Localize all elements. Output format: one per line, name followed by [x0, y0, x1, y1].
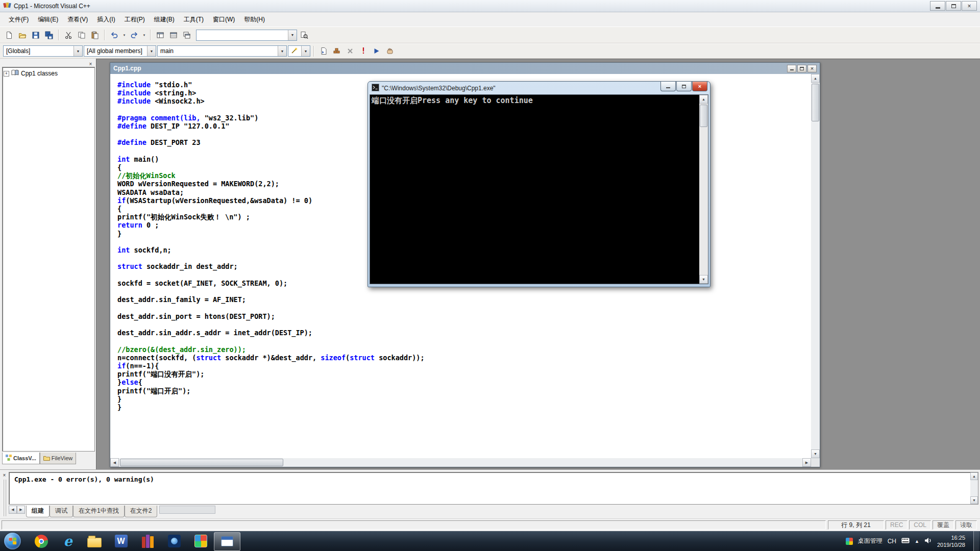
- workspace-gripper[interactable]: ×: [2, 60, 95, 67]
- workspace-close-button[interactable]: ×: [87, 61, 94, 67]
- close-button[interactable]: ×: [962, 1, 977, 11]
- taskbar-chrome-button[interactable]: [28, 531, 55, 551]
- globals-combo[interactable]: [Globals] ▼: [3, 45, 83, 57]
- console-output-area[interactable]: 端口没有开启Press any key to continue ▲ ▼: [370, 94, 708, 284]
- menu-item[interactable]: 编辑(E): [33, 13, 63, 27]
- workspace-toggle-icon[interactable]: [154, 29, 166, 41]
- tabs-scroll-left-arrow[interactable]: ◀: [9, 506, 17, 514]
- workspace-tree[interactable]: + Cpp1 classes: [2, 67, 95, 452]
- doc-minimize-button[interactable]: [787, 65, 796, 72]
- desktop-manager-icon[interactable]: [846, 538, 853, 545]
- copy-icon[interactable]: [76, 29, 88, 41]
- paste-icon[interactable]: [89, 29, 101, 41]
- scroll-up-arrow[interactable]: ▲: [970, 472, 978, 480]
- doc-close-button[interactable]: ×: [807, 65, 817, 72]
- taskbar-word-button[interactable]: W: [108, 531, 134, 551]
- go-debug-icon[interactable]: [371, 45, 383, 57]
- scroll-right-arrow[interactable]: ▶: [802, 458, 811, 467]
- scroll-up-arrow[interactable]: ▲: [811, 74, 820, 83]
- taskbar-palette-button[interactable]: [187, 531, 214, 551]
- output-tab-3[interactable]: 在文件1中查找: [73, 506, 125, 517]
- breakpoint-hand-icon[interactable]: [384, 45, 396, 57]
- function-combo[interactable]: main ▼: [157, 45, 287, 57]
- ime-language-indicator[interactable]: CH: [888, 538, 896, 545]
- output-horizontal-scrollbar[interactable]: [159, 506, 215, 514]
- undo-dropdown-arrow[interactable]: ▼: [121, 29, 127, 41]
- menu-item[interactable]: 工程(P): [120, 13, 150, 27]
- maximize-button[interactable]: [946, 1, 961, 11]
- scroll-left-arrow[interactable]: ◀: [110, 458, 119, 467]
- scroll-up-arrow[interactable]: ▲: [699, 95, 708, 104]
- taskbar-media-button[interactable]: [161, 531, 187, 551]
- console-scrollbar[interactable]: ▲ ▼: [699, 95, 708, 284]
- members-combo[interactable]: [All global members] ▼: [84, 45, 156, 57]
- start-button[interactable]: [4, 533, 21, 549]
- console-maximize-button[interactable]: [676, 82, 692, 91]
- function-combo-value[interactable]: main: [158, 47, 278, 55]
- desktop-manager-label[interactable]: 桌面管理: [858, 537, 883, 545]
- tray-expand-arrow-icon[interactable]: ▲: [915, 539, 919, 544]
- console-minimize-button[interactable]: [660, 82, 676, 91]
- wizard-action-combo-arrow[interactable]: ▼: [301, 46, 310, 56]
- open-file-icon[interactable]: [16, 29, 29, 41]
- menu-item[interactable]: 工具(T): [179, 13, 208, 27]
- output-gripper[interactable]: ×: [1, 472, 8, 516]
- show-desktop-button[interactable]: [973, 531, 979, 551]
- console-scroll-track[interactable]: [699, 104, 708, 275]
- output-tab-1[interactable]: 组建: [26, 506, 50, 517]
- app-titlebar[interactable]: Cpp1 - Microsoft Visual C++ ×: [0, 0, 980, 12]
- output-tab-2[interactable]: 调试: [50, 506, 73, 517]
- taskbar-books-button[interactable]: [134, 531, 161, 551]
- vertical-scroll-track[interactable]: [811, 83, 820, 449]
- stop-build-icon[interactable]: [344, 45, 356, 57]
- compile-icon[interactable]: [317, 45, 330, 57]
- output-content[interactable]: Cpp1.exe - 0 error(s), 0 warning(s) ▲ ▼: [9, 472, 978, 505]
- new-file-icon[interactable]: [3, 29, 15, 41]
- output-tab-4[interactable]: 在文件2: [125, 506, 158, 517]
- horizontal-scroll-thumb[interactable]: [120, 459, 283, 466]
- find-combo-arrow[interactable]: ▼: [288, 30, 297, 40]
- scroll-down-arrow[interactable]: ▼: [970, 496, 978, 504]
- scroll-down-arrow[interactable]: ▼: [811, 449, 820, 458]
- tabs-scroll-right-arrow[interactable]: ▶: [17, 506, 25, 514]
- menu-item[interactable]: 帮助(H): [239, 13, 270, 27]
- find-in-files-icon[interactable]: [298, 29, 310, 41]
- clock[interactable]: 16:25 2019/10/28: [937, 534, 965, 548]
- output-scrollbar[interactable]: ▲ ▼: [970, 472, 978, 504]
- editor-vertical-scrollbar[interactable]: ▲ ▼: [811, 74, 820, 458]
- members-combo-arrow[interactable]: ▼: [147, 46, 156, 56]
- save-icon[interactable]: [30, 29, 42, 41]
- window-list-icon[interactable]: [181, 29, 193, 41]
- menu-item[interactable]: 组建(B): [150, 13, 179, 27]
- ime-keyboard-icon[interactable]: [901, 538, 910, 545]
- console-titlebar[interactable]: "C:\Windows\System32\Debug\Cpp1.exe" ×: [370, 82, 708, 94]
- menu-item[interactable]: 文件(F): [4, 13, 33, 27]
- taskbar-ie-button[interactable]: e: [55, 531, 81, 551]
- save-all-icon[interactable]: [43, 29, 55, 41]
- menu-item[interactable]: 查看(V): [63, 13, 92, 27]
- tab-fileview[interactable]: FileView: [40, 453, 76, 464]
- build-icon[interactable]: [331, 45, 343, 57]
- output-toggle-icon[interactable]: [167, 29, 180, 41]
- doc-maximize-button[interactable]: [797, 65, 806, 72]
- globals-combo-value[interactable]: [Globals]: [4, 47, 74, 55]
- console-close-button[interactable]: ×: [692, 82, 707, 91]
- wizard-action-combo[interactable]: ▼: [288, 45, 310, 57]
- document-titlebar[interactable]: Cpp1.cpp ×: [110, 63, 820, 74]
- scroll-down-arrow[interactable]: ▼: [699, 275, 708, 284]
- volume-icon[interactable]: [924, 537, 932, 545]
- cut-icon[interactable]: [62, 29, 75, 41]
- function-combo-arrow[interactable]: ▼: [278, 46, 286, 56]
- menu-item[interactable]: 窗口(W): [208, 13, 239, 27]
- redo-dropdown-arrow[interactable]: ▼: [141, 29, 147, 41]
- taskbar-active-app-button[interactable]: [214, 532, 240, 551]
- members-combo-value[interactable]: [All global members]: [84, 47, 147, 55]
- find-combo[interactable]: ▼: [196, 30, 297, 41]
- taskbar-explorer-button[interactable]: [81, 531, 108, 551]
- tab-classview[interactable]: ClassV...: [2, 453, 40, 464]
- minimize-button[interactable]: [930, 1, 945, 11]
- vertical-scroll-thumb[interactable]: [812, 84, 819, 121]
- menu-item[interactable]: 插入(I): [92, 13, 119, 27]
- horizontal-scroll-track[interactable]: [119, 458, 802, 467]
- globals-combo-arrow[interactable]: ▼: [74, 46, 82, 56]
